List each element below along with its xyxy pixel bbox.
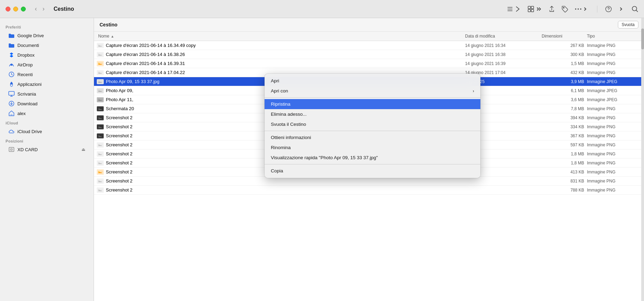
toolbar-icons (506, 6, 638, 13)
context-menu-item-ottieni-info[interactable]: Ottieni informazioni (265, 132, 480, 143)
download-icon (8, 100, 15, 107)
tag-icon[interactable] (561, 6, 568, 13)
svg-point-12 (632, 6, 637, 11)
folder-icon (8, 32, 15, 39)
context-menu: Apri Apri con › Ripristina Elimina adess… (265, 74, 480, 178)
sidebar-item-xd-card[interactable]: XD CARD ⏏ (3, 145, 91, 154)
list-view-icon[interactable] (506, 6, 521, 13)
forward-button[interactable]: › (40, 5, 47, 13)
eject-icon[interactable]: ⏏ (81, 147, 85, 152)
sidebar-label-scrivania: Scrivania (17, 91, 85, 97)
window-title: Cestino (54, 6, 74, 12)
svg-rect-6 (531, 9, 534, 12)
back-button[interactable]: ‹ (33, 5, 39, 13)
dropbox-icon (8, 52, 15, 58)
monitor-icon (8, 91, 15, 97)
sidebar: Preferiti Google Drive Documenti (0, 18, 94, 301)
sidebar-label-recenti: Recenti (17, 72, 85, 77)
disk-icon (8, 146, 15, 153)
main-layout: Preferiti Google Drive Documenti (0, 18, 644, 301)
home-icon (8, 110, 15, 116)
svg-rect-5 (528, 9, 531, 12)
minimize-button[interactable] (13, 7, 18, 11)
content-area: Cestino Svuota Nome ▲ Data di modifica D… (94, 18, 644, 301)
context-menu-separator (265, 97, 480, 98)
sidebar-label-xd-card: XD CARD (17, 147, 79, 152)
traffic-lights (6, 7, 26, 11)
context-menu-item-elimina[interactable]: Elimina adesso... (265, 109, 480, 119)
title-bar: ‹ › Cestino (0, 0, 644, 18)
context-menu-item-vis-rapida[interactable]: Visualizzazione rapida "Photo Apr 09, 15… (265, 153, 480, 163)
nav-buttons: ‹ › (33, 5, 47, 13)
sidebar-item-recenti[interactable]: Recenti (3, 70, 91, 79)
sidebar-item-dropbox[interactable]: Dropbox (3, 50, 91, 60)
sidebar-section-label-preferiti: Preferiti (0, 22, 94, 31)
sidebar-item-documenti[interactable]: Documenti (3, 40, 91, 50)
svg-point-10 (580, 8, 581, 10)
svg-rect-4 (531, 6, 534, 9)
svg-point-9 (578, 8, 579, 10)
ctx-item-label: Elimina adesso... (271, 112, 307, 117)
fullscreen-button[interactable] (21, 7, 26, 11)
svg-point-7 (563, 7, 564, 8)
toolbar-divider (597, 6, 597, 13)
grid-view-icon[interactable] (527, 6, 542, 13)
ctx-item-label: Ripristina (271, 101, 290, 107)
svg-point-21 (11, 149, 12, 150)
cloud-icon (8, 128, 15, 135)
context-menu-separator (265, 164, 480, 164)
sidebar-section-label-posizioni: Posizioni (0, 136, 94, 145)
folder-icon (8, 42, 15, 48)
sidebar-section-label-icloud: iCloud (0, 118, 94, 127)
sidebar-item-google-drive[interactable]: Google Drive (3, 31, 91, 40)
context-menu-item-apri-con[interactable]: Apri con › (265, 86, 480, 96)
ctx-item-label: Ottieni informazioni (271, 135, 311, 140)
svg-rect-3 (528, 6, 531, 9)
search-icon[interactable] (631, 6, 638, 13)
context-menu-item-svuota-cestino[interactable]: Svuota il Cestino (265, 119, 480, 129)
sidebar-item-airdrop[interactable]: AirDrop (3, 60, 91, 70)
sidebar-item-alex[interactable]: alex (3, 108, 91, 118)
sidebar-item-applicazioni[interactable]: Applicazioni (3, 79, 91, 89)
context-menu-item-rinomina[interactable]: Rinomina (265, 143, 480, 153)
sidebar-label-dropbox: Dropbox (17, 52, 85, 58)
ctx-item-label: Rinomina (271, 145, 291, 150)
svg-line-13 (636, 10, 638, 12)
sidebar-item-download[interactable]: Download (3, 99, 91, 108)
rocket-icon (8, 81, 15, 87)
sidebar-section-preferiti: Preferiti Google Drive Documenti (0, 22, 94, 118)
sidebar-label-google-drive: Google Drive (17, 33, 85, 38)
sidebar-label-documenti: Documenti (17, 43, 85, 48)
ctx-item-label: Copia (271, 168, 283, 173)
help-icon[interactable] (605, 6, 612, 13)
context-menu-item-copia[interactable]: Copia (265, 166, 480, 176)
svg-point-8 (575, 8, 576, 10)
context-menu-overlay[interactable]: Apri Apri con › Ripristina Elimina adess… (94, 18, 644, 301)
ctx-item-label: Svuota il Cestino (271, 122, 306, 127)
context-menu-separator (265, 131, 480, 131)
context-menu-item-apri[interactable]: Apri (265, 76, 480, 86)
sidebar-label-icloud-drive: iCloud Drive (17, 129, 85, 134)
sidebar-label-download: Download (17, 101, 85, 106)
ctx-item-label: Apri (271, 78, 279, 83)
sidebar-item-icloud-drive[interactable]: iCloud Drive (3, 127, 91, 136)
sidebar-item-scrivania[interactable]: Scrivania (3, 89, 91, 99)
submenu-arrow-icon: › (473, 89, 474, 93)
sidebar-section-posizioni: Posizioni XD CARD ⏏ (0, 136, 94, 154)
svg-rect-18 (10, 114, 13, 116)
ctx-item-label: Visualizzazione rapida "Photo Apr 09, 15… (271, 155, 378, 160)
close-button[interactable] (6, 7, 10, 11)
share-icon[interactable] (548, 6, 555, 13)
chevron-dropdown-icon[interactable] (618, 6, 625, 13)
more-icon[interactable] (575, 6, 589, 13)
ctx-item-label: Apri con (271, 88, 288, 93)
clock-icon (8, 71, 15, 78)
context-menu-item-ripristina[interactable]: Ripristina (265, 99, 480, 109)
sidebar-label-airdrop: AirDrop (17, 62, 85, 67)
svg-rect-16 (9, 91, 14, 95)
sidebar-section-icloud: iCloud iCloud Drive (0, 118, 94, 136)
sidebar-label-alex: alex (17, 111, 85, 116)
sidebar-label-applicazioni: Applicazioni (17, 82, 85, 87)
airdrop-icon (8, 62, 15, 68)
